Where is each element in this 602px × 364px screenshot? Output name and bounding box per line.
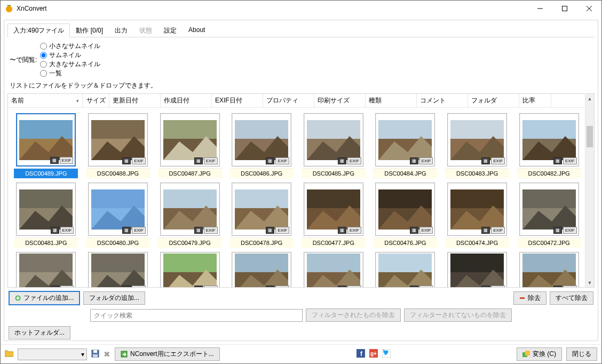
svg-rect-53 [19,254,73,272]
maximize-button[interactable] [552,1,577,17]
thumbnail-item[interactable]: ▦EXIFDSC00480.JPG [82,178,154,248]
column-header-5[interactable]: プロパティ [263,94,314,107]
scroll-down-button[interactable]: ▼ [585,278,594,287]
thumbnail-filename: DSC00485.JPG [302,168,366,178]
column-header-0[interactable]: 名前▾ [8,94,83,107]
thumbnail-filename: DSC00482.JPG [517,168,581,178]
twitter-icon[interactable] [382,349,391,359]
thumbnail-item[interactable]: ▦EXIFDSC00484.JPG [369,109,441,178]
thumbnail-item[interactable]: ▦EXIFDSC00476.JPG [369,178,441,248]
view-option-radio[interactable] [40,70,47,77]
thumbnail-item[interactable]: ▦EXIFDSC00481.JPG [10,178,82,248]
thumbnail-item[interactable]: ▦EXIF [369,248,441,287]
close-app-button[interactable]: 閉じる [566,347,597,361]
tab-0[interactable]: 入力:490ファイル [7,23,70,37]
svg-rect-5 [19,120,73,139]
thumbnail-image [235,189,288,230]
remove-filtered-button[interactable]: フィルターされたものを除去 [306,308,401,322]
export-icon [121,351,128,358]
thumbnail-filename: DSC00488.JPG [86,168,150,178]
thumbnail-image [19,189,73,230]
add-folder-button[interactable]: フォルダの追加... [83,291,145,305]
thumbnail-image [235,254,288,288]
thumbnail-item[interactable]: ▦EXIFDSC00483.JPG [441,109,513,178]
view-option-2[interactable]: 大きなサムネイル [40,60,100,69]
thumbnail-frame: ▦EXIF [232,252,291,287]
thumbnail-item[interactable]: ▦EXIFDSC00479.JPG [154,178,226,248]
thumbnail-item[interactable]: ▦EXIF [154,248,226,287]
exif-badge: EXIF [563,157,577,164]
googleplus-icon[interactable]: g+ [369,349,378,359]
svg-rect-29 [19,189,73,208]
thumbnail-item[interactable]: ▦EXIF [298,248,370,287]
view-option-radio[interactable] [40,43,47,50]
vertical-scrollbar[interactable]: ▲ ▼ [585,94,594,287]
column-header-1[interactable]: サイズ [83,94,109,107]
thumbnail-item[interactable]: ▦EXIF [82,248,154,287]
exif-badge: EXIF [419,227,433,234]
facebook-icon[interactable]: f [357,349,365,359]
thumbnail-item[interactable]: ▦EXIFDSC00478.JPG [226,178,298,248]
thumbnail-item[interactable]: ▦EXIFDSC00489.JPG [10,109,82,178]
column-header-3[interactable]: 作成日付 [161,94,212,107]
view-option-radio[interactable] [40,61,47,68]
save-icon[interactable] [91,350,99,359]
remove-button[interactable]: 除去 [513,291,546,305]
remove-unfiltered-button[interactable]: フィルターされてないものを除去 [404,308,512,322]
minimize-button[interactable] [528,1,552,17]
view-option-3[interactable]: 一覧 [40,69,100,78]
column-header-7[interactable]: 種類 [366,94,417,107]
scroll-thumb[interactable] [587,126,593,147]
pic-badge: ▦ [50,157,59,164]
thumbnail-badges: ▦EXIF [553,227,577,234]
convert-button[interactable]: 変換 (C) [517,347,562,361]
hot-folder-button[interactable]: ホットフォルダ... [9,326,70,339]
exif-badge: EXIF [275,286,289,287]
svg-rect-44 [378,189,432,208]
chevron-down-icon: ▾ [81,351,84,358]
scroll-up-button[interactable]: ▲ [585,94,594,103]
exif-badge: EXIF [491,227,505,234]
tab-2[interactable]: 出力 [109,23,133,37]
tab-4[interactable]: 設定 [158,23,183,37]
thumbnail-item[interactable]: ▦EXIFDSC00487.JPG [154,109,226,178]
thumbnail-item[interactable]: ▦EXIFDSC00474.JPG [441,178,513,248]
tab-5[interactable]: About [183,23,211,37]
thumbnail-item[interactable]: ▦EXIF [10,248,82,287]
pic-badge: ▦ [122,157,131,164]
column-header-8[interactable]: コメント [417,94,468,107]
thumbnail-item[interactable]: ▦EXIFDSC00488.JPG [82,109,154,178]
view-options-label: 〜で閲覧: [10,56,37,65]
thumbnail-item[interactable]: ▦EXIF [441,248,513,287]
thumbnail-item[interactable]: ▦EXIF [513,248,585,287]
column-header-10[interactable]: 比率 [519,94,551,107]
view-option-radio[interactable] [40,52,47,59]
thumbnail-item[interactable]: ▦EXIFDSC00482.JPG [513,109,585,178]
column-header-4[interactable]: EXIF日付 [212,94,263,107]
column-header-6[interactable]: 印刷サイズ [314,94,366,107]
file-panel: 名前▾サイズ更新日付作成日付EXIF日付プロパティ印刷サイズ種類コメントフォルダ… [7,93,595,288]
thumbnail-frame: ▦EXIF [16,113,76,167]
preset-dropdown[interactable]: ▾ [18,349,87,360]
column-header-2[interactable]: 更新日付 [109,94,161,107]
tab-1[interactable]: 動作 [0/0] [70,23,109,37]
dragdrop-hint: リストにファイルをドラッグ＆ドロップできます。 [10,81,592,90]
quick-search-input[interactable] [90,309,303,322]
svg-text:g+: g+ [370,351,377,357]
remove-all-button[interactable]: すべて除去 [550,291,593,305]
close-button[interactable] [577,1,601,17]
thumbnail-item[interactable]: ▦EXIF [226,248,298,287]
view-option-1[interactable]: サムネイル [40,51,100,60]
thumbnail-item[interactable]: ▦EXIFDSC00472.JPG [513,178,585,248]
thumbnail-item[interactable]: ▦EXIFDSC00485.JPG [298,109,370,178]
delete-icon[interactable]: ✖ [104,350,110,359]
exif-badge: EXIF [60,227,74,234]
add-file-button[interactable]: ファイルの追加... [9,291,80,305]
column-header-9[interactable]: フォルダ [468,94,519,107]
thumbnail-item[interactable]: ▦EXIFDSC00477.JPG [298,178,370,248]
bottom-bar: ▾ ✖ NConvert用にエクスポート... f g+ 変換 (C) 閉じる [1,344,601,363]
export-nconvert-button[interactable]: NConvert用にエクスポート... [115,347,220,361]
open-folder-icon[interactable] [5,350,13,359]
view-option-0[interactable]: 小さなサムネイル [40,42,100,51]
thumbnail-item[interactable]: ▦EXIFDSC00486.JPG [226,109,298,178]
